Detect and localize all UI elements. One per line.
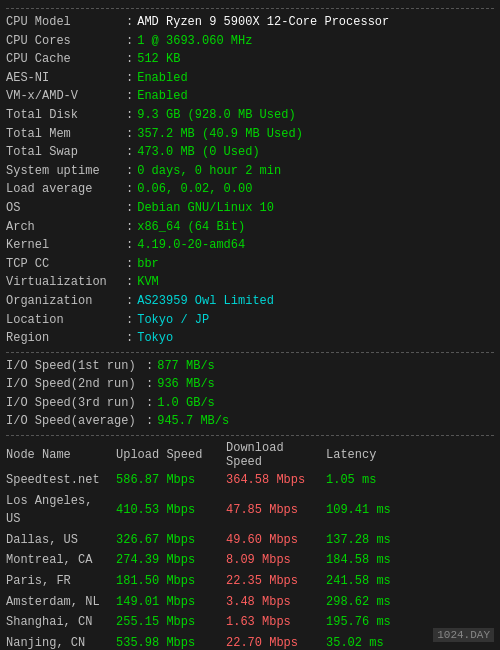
info-value: bbr (137, 255, 159, 274)
node-name: Paris, FR (6, 571, 116, 592)
info-label: Arch (6, 218, 126, 237)
info-sep: : (126, 311, 133, 330)
info-row: Total Swap : 473.0 MB (0 Used) (6, 143, 494, 162)
io-speed-label: I/O Speed(3rd run) (6, 394, 146, 413)
io-speed-label: I/O Speed(average) (6, 412, 146, 431)
io-speed-row: I/O Speed(average) : 945.7 MB/s (6, 412, 494, 431)
table-row: Dallas, US326.67 Mbps49.60 Mbps137.28 ms (6, 530, 494, 551)
latency: 137.28 ms (326, 530, 494, 551)
download-speed: 22.70 Mbps (226, 633, 326, 650)
download-speed: 22.35 Mbps (226, 571, 326, 592)
table-row: Montreal, CA274.39 Mbps8.09 Mbps184.58 m… (6, 550, 494, 571)
node-name: Dallas, US (6, 530, 116, 551)
node-table: Node NameUpload SpeedDownload SpeedLaten… (6, 440, 494, 650)
download-speed: 49.60 Mbps (226, 530, 326, 551)
info-label: OS (6, 199, 126, 218)
table-row: Nanjing, CN535.98 Mbps22.70 Mbps35.02 ms (6, 633, 494, 650)
node-name: Nanjing, CN (6, 633, 116, 650)
info-label: System uptime (6, 162, 126, 181)
info-value: Enabled (137, 87, 187, 106)
info-label: VM-x/AMD-V (6, 87, 126, 106)
info-sep: : (126, 329, 133, 348)
info-sep: : (126, 87, 133, 106)
upload-speed: 535.98 Mbps (116, 633, 226, 650)
info-sep: : (126, 218, 133, 237)
node-name: Montreal, CA (6, 550, 116, 571)
info-row: Region : Tokyo (6, 329, 494, 348)
io-speed-row: I/O Speed(2nd run) : 936 MB/s (6, 375, 494, 394)
info-row: TCP CC : bbr (6, 255, 494, 274)
info-sep: : (126, 106, 133, 125)
table-header-cell: Latency (326, 440, 494, 470)
table-row: Shanghai, CN255.15 Mbps1.63 Mbps195.76 m… (6, 612, 494, 633)
info-row: Kernel : 4.19.0-20-amd64 (6, 236, 494, 255)
upload-speed: 410.53 Mbps (116, 491, 226, 530)
info-label: CPU Cache (6, 50, 126, 69)
info-value: Debian GNU/Linux 10 (137, 199, 274, 218)
latency: 298.62 ms (326, 592, 494, 613)
io-speed-row: I/O Speed(1st run) : 877 MB/s (6, 357, 494, 376)
download-speed: 364.58 Mbps (226, 470, 326, 491)
table-row: Speedtest.net586.87 Mbps364.58 Mbps1.05 … (6, 470, 494, 491)
info-row: OS : Debian GNU/Linux 10 (6, 199, 494, 218)
info-sep: : (126, 236, 133, 255)
info-row: VM-x/AMD-V : Enabled (6, 87, 494, 106)
info-row: Total Mem : 357.2 MB (40.9 MB Used) (6, 125, 494, 144)
io-speed-label: I/O Speed(2nd run) (6, 375, 146, 394)
info-value: AS23959 Owl Limited (137, 292, 274, 311)
info-row: CPU Cache : 512 KB (6, 50, 494, 69)
io-speed-value: 877 MB/s (157, 357, 215, 376)
node-name: Los Angeles, US (6, 491, 116, 530)
info-sep: : (126, 273, 133, 292)
info-row: CPU Cores : 1 @ 3693.060 MHz (6, 32, 494, 51)
latency: 109.41 ms (326, 491, 494, 530)
info-label: CPU Cores (6, 32, 126, 51)
info-sep: : (126, 162, 133, 181)
upload-speed: 326.67 Mbps (116, 530, 226, 551)
download-speed: 47.85 Mbps (226, 491, 326, 530)
upload-speed: 255.15 Mbps (116, 612, 226, 633)
info-value: 357.2 MB (40.9 MB Used) (137, 125, 303, 144)
info-value: AMD Ryzen 9 5900X 12-Core Processor (137, 13, 389, 32)
divider-3 (6, 435, 494, 436)
info-sep: : (126, 292, 133, 311)
info-value: 0.06, 0.02, 0.00 (137, 180, 252, 199)
info-label: Total Disk (6, 106, 126, 125)
info-sep: : (126, 125, 133, 144)
info-row: Location : Tokyo / JP (6, 311, 494, 330)
divider-top (6, 8, 494, 9)
info-value: 9.3 GB (928.0 MB Used) (137, 106, 295, 125)
info-value: 0 days, 0 hour 2 min (137, 162, 281, 181)
table-row: Paris, FR181.50 Mbps22.35 Mbps241.58 ms (6, 571, 494, 592)
info-value: 1 @ 3693.060 MHz (137, 32, 252, 51)
info-row: CPU Model : AMD Ryzen 9 5900X 12-Core Pr… (6, 13, 494, 32)
info-sep: : (126, 50, 133, 69)
upload-speed: 149.01 Mbps (116, 592, 226, 613)
io-speed-value: 936 MB/s (157, 375, 215, 394)
latency: 1.05 ms (326, 470, 494, 491)
info-row: Load average : 0.06, 0.02, 0.00 (6, 180, 494, 199)
info-label: Total Swap (6, 143, 126, 162)
info-label: Region (6, 329, 126, 348)
info-sep: : (146, 357, 153, 376)
table-header-cell: Download Speed (226, 440, 326, 470)
info-label: Kernel (6, 236, 126, 255)
info-row: Total Disk : 9.3 GB (928.0 MB Used) (6, 106, 494, 125)
upload-speed: 181.50 Mbps (116, 571, 226, 592)
info-row: Virtualization : KVM (6, 273, 494, 292)
info-value: 512 KB (137, 50, 180, 69)
table-header-cell: Node Name (6, 440, 116, 470)
info-row: System uptime : 0 days, 0 hour 2 min (6, 162, 494, 181)
info-label: Location (6, 311, 126, 330)
latency: 241.58 ms (326, 571, 494, 592)
info-value: KVM (137, 273, 159, 292)
upload-speed: 274.39 Mbps (116, 550, 226, 571)
node-name: Amsterdam, NL (6, 592, 116, 613)
node-name: Speedtest.net (6, 470, 116, 491)
info-value: 4.19.0-20-amd64 (137, 236, 245, 255)
info-sep: : (126, 180, 133, 199)
io-speed-value: 1.0 GB/s (157, 394, 215, 413)
info-value: Tokyo (137, 329, 173, 348)
info-sep: : (126, 69, 133, 88)
table-row: Los Angeles, US410.53 Mbps47.85 Mbps109.… (6, 491, 494, 530)
